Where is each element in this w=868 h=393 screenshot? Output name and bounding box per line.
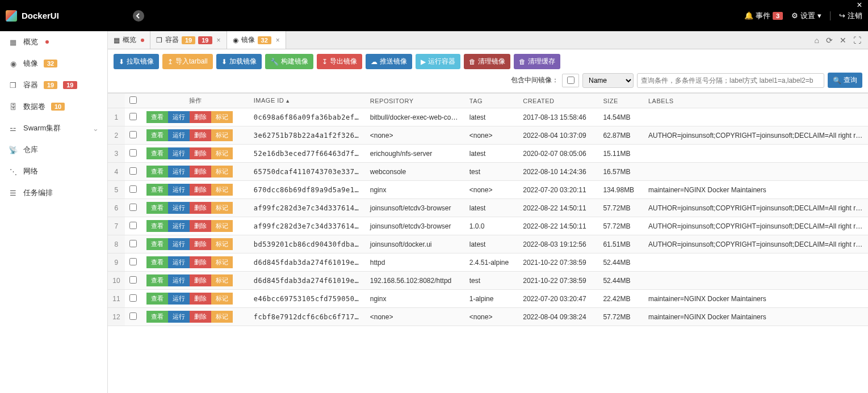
delete-button[interactable]: 删除 xyxy=(190,238,211,250)
sidebar-item-1[interactable]: ◉镜像32 xyxy=(0,53,107,74)
prune-images-button[interactable]: 🗑清理镜像 xyxy=(464,54,510,69)
delete-button[interactable]: 删除 xyxy=(190,147,211,159)
delete-button[interactable]: 删除 xyxy=(190,202,211,214)
load-image-button[interactable]: ⬇加载镜像 xyxy=(216,54,262,69)
row-checkbox[interactable] xyxy=(125,272,142,290)
clear-cache-button[interactable]: 🗑清理缓存 xyxy=(514,54,560,69)
search-button[interactable]: 🔍查询 xyxy=(828,73,862,88)
view-button[interactable]: 查看 xyxy=(146,147,168,159)
window-close-button[interactable]: × xyxy=(851,0,868,10)
row-checkbox[interactable] xyxy=(125,235,142,253)
row-checkbox[interactable] xyxy=(125,181,142,199)
view-button[interactable]: 查看 xyxy=(146,166,168,178)
row-checkbox[interactable] xyxy=(125,163,142,181)
delete-button[interactable]: 删除 xyxy=(190,129,211,141)
run-button[interactable]: 运行 xyxy=(168,184,190,196)
col-select-all[interactable] xyxy=(125,94,142,108)
run-button[interactable]: 运行 xyxy=(168,311,190,323)
back-button[interactable] xyxy=(133,10,144,22)
row-checkbox[interactable] xyxy=(125,108,142,126)
view-button[interactable]: 查看 xyxy=(146,129,168,141)
tag-button[interactable]: 标记 xyxy=(211,238,233,250)
delete-button[interactable]: 删除 xyxy=(190,184,211,196)
import-tarball-button[interactable]: ↥导入tarball xyxy=(162,54,213,69)
tag-button[interactable]: 标记 xyxy=(211,147,233,159)
run-button[interactable]: 运行 xyxy=(168,238,190,250)
home-icon[interactable]: ⌂ xyxy=(815,36,819,45)
row-checkbox[interactable] xyxy=(125,308,142,326)
run-button[interactable]: 运行 xyxy=(168,256,190,268)
tab-close-button[interactable]: × xyxy=(276,36,280,44)
sidebar-item-7[interactable]: ☰任务编排 xyxy=(0,182,107,204)
row-checkbox[interactable] xyxy=(125,253,142,272)
fullscreen-icon[interactable]: ⛶ xyxy=(853,36,861,45)
view-button[interactable]: 查看 xyxy=(146,256,168,268)
filter-field-select[interactable]: Name xyxy=(582,73,634,88)
run-button[interactable]: 运行 xyxy=(168,202,190,214)
build-image-button[interactable]: 🔧构建镜像 xyxy=(265,54,313,69)
sidebar-item-3[interactable]: 🗄数据卷10 xyxy=(0,96,107,117)
delete-button[interactable]: 删除 xyxy=(190,274,211,286)
tag-button[interactable]: 标记 xyxy=(211,129,233,141)
run-button[interactable]: 运行 xyxy=(168,147,190,159)
delete-button[interactable]: 删除 xyxy=(190,293,211,305)
delete-button[interactable]: 删除 xyxy=(190,220,211,232)
run-button[interactable]: 运行 xyxy=(168,111,190,123)
tag-button[interactable]: 标记 xyxy=(211,220,233,232)
tag-button[interactable]: 标记 xyxy=(211,111,233,123)
view-button[interactable]: 查看 xyxy=(146,311,168,323)
sidebar-item-5[interactable]: 📡仓库 xyxy=(0,139,107,160)
view-button[interactable]: 查看 xyxy=(146,184,168,196)
search-input[interactable] xyxy=(637,73,824,88)
push-image-button[interactable]: ☁推送镜像 xyxy=(366,54,412,69)
tag-button[interactable]: 标记 xyxy=(211,202,233,214)
view-button[interactable]: 查看 xyxy=(146,111,168,123)
row-checkbox[interactable] xyxy=(125,126,142,145)
row-checkbox[interactable] xyxy=(125,145,142,163)
view-button[interactable]: 查看 xyxy=(146,202,168,214)
tag-button[interactable]: 标记 xyxy=(211,256,233,268)
logout-button[interactable]: ↪ 注销 xyxy=(839,11,862,21)
run-button[interactable]: 运行 xyxy=(168,220,190,232)
col-labels[interactable]: LABELS xyxy=(644,94,868,108)
delete-button[interactable]: 删除 xyxy=(190,256,211,268)
run-container-button[interactable]: ▶运行容器 xyxy=(416,54,460,69)
run-button[interactable]: 运行 xyxy=(168,293,190,305)
close-all-icon[interactable]: ✕ xyxy=(840,36,846,45)
col-size[interactable]: SIZE xyxy=(598,94,644,108)
col-image-id[interactable]: IMAGE ID▲ xyxy=(249,94,366,108)
run-button[interactable]: 运行 xyxy=(168,129,190,141)
export-image-button[interactable]: ↧导出镜像 xyxy=(317,54,362,69)
row-checkbox[interactable] xyxy=(125,217,142,235)
events-button[interactable]: 🔔 事件 3 xyxy=(744,11,783,21)
run-button[interactable]: 运行 xyxy=(168,274,190,286)
tag-button[interactable]: 标记 xyxy=(211,166,233,178)
view-button[interactable]: 查看 xyxy=(146,293,168,305)
run-button[interactable]: 运行 xyxy=(168,166,190,178)
sidebar-item-6[interactable]: ⋱网络 xyxy=(0,160,107,182)
tab-1[interactable]: ❒容器1919× xyxy=(150,31,227,49)
delete-button[interactable]: 删除 xyxy=(190,166,211,178)
tab-2[interactable]: ◉镜像32× xyxy=(227,31,286,49)
row-checkbox[interactable] xyxy=(125,290,142,308)
col-repository[interactable]: REPOSITORY xyxy=(366,94,465,108)
row-checkbox[interactable] xyxy=(125,199,142,217)
tag-button[interactable]: 标记 xyxy=(211,293,233,305)
settings-button[interactable]: ⚙ 设置 ▾ xyxy=(791,11,821,21)
tag-button[interactable]: 标记 xyxy=(211,274,233,286)
middle-images-checkbox[interactable] xyxy=(562,74,579,87)
tab-0[interactable]: ▦概览 xyxy=(108,31,150,49)
tag-button[interactable]: 标记 xyxy=(211,184,233,196)
refresh-icon[interactable]: ⟳ xyxy=(826,36,833,45)
delete-button[interactable]: 删除 xyxy=(190,111,211,123)
view-button[interactable]: 查看 xyxy=(146,274,168,286)
tab-close-button[interactable]: × xyxy=(217,36,221,44)
view-button[interactable]: 查看 xyxy=(146,220,168,232)
delete-button[interactable]: 删除 xyxy=(190,311,211,323)
tag-button[interactable]: 标记 xyxy=(211,311,233,323)
sidebar-item-2[interactable]: ❒容器1919 xyxy=(0,74,107,96)
col-created[interactable]: CREATED xyxy=(518,94,598,108)
pull-image-button[interactable]: ⬇拉取镜像 xyxy=(114,54,159,69)
view-button[interactable]: 查看 xyxy=(146,238,168,250)
col-tag[interactable]: TAG xyxy=(465,94,518,108)
